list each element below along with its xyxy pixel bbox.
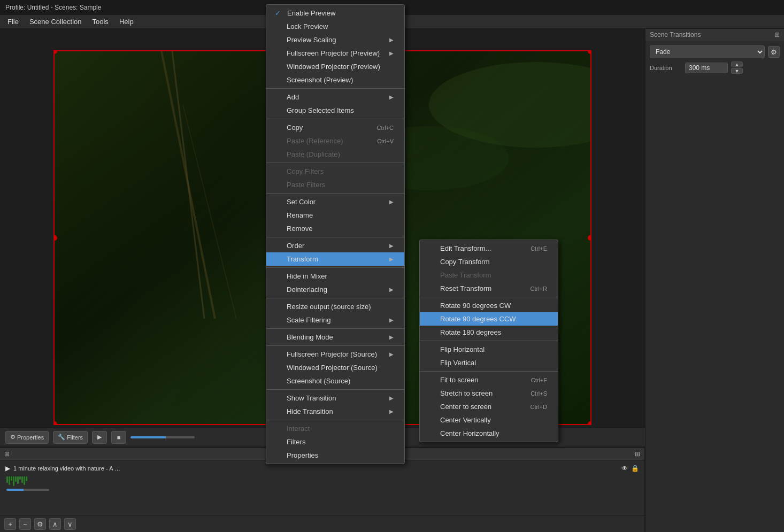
transition-settings-button[interactable]: ⚙ [768, 46, 780, 58]
ctx-transform[interactable]: Transform ▶ [266, 252, 404, 266]
menu-scene-collection[interactable]: Scene Collection [25, 17, 86, 27]
ctx-windowed-preview[interactable]: Windowed Projector (Preview) [266, 60, 404, 73]
ctx-hide-in-mixer[interactable]: Hide in Mixer [266, 269, 404, 283]
menu-file[interactable]: File [3, 17, 23, 27]
handle-mid-right[interactable] [588, 235, 591, 241]
stop-icon: ■ [117, 434, 121, 441]
ctx-fit-to-screen-shortcut: Ctrl+F [531, 377, 547, 383]
ctx-edit-transform-label: Edit Transform... [440, 244, 526, 252]
ctx-transform-label: Transform [287, 255, 385, 263]
ctx-set-color[interactable]: Set Color ▶ [266, 195, 404, 209]
source-name-1: 1 minute relaxing video with nature - A … [13, 465, 120, 472]
remove-source-button[interactable]: − [19, 518, 31, 530]
source-down-button[interactable]: ∨ [64, 518, 76, 530]
ctx-scale-filtering[interactable]: Scale Filtering ▶ [266, 313, 404, 327]
ctx-interact: Interact [266, 422, 404, 435]
ctx-windowed-source[interactable]: Windowed Projector (Source) [266, 361, 404, 374]
ctx-add[interactable]: Add ▶ [266, 90, 404, 104]
ctx-fullscreen-preview[interactable]: Fullscreen Projector (Preview) ▶ [266, 47, 404, 60]
ctx-copy[interactable]: Copy Ctrl+C [266, 121, 404, 134]
ctx-rotate-90-ccw[interactable]: Rotate 90 degrees CCW [420, 312, 558, 326]
ctx-windowed-preview-label: Windowed Projector (Preview) [287, 63, 394, 71]
play-button[interactable]: ▶ [92, 431, 107, 444]
duration-input[interactable] [685, 63, 728, 73]
ctx-hide-transition[interactable]: Hide Transition ▶ [266, 405, 404, 418]
ctx-rotate-90-cw[interactable]: Rotate 90 degrees CW [420, 299, 558, 312]
sources-list: ▶ 1 minute relaxing video with nature - … [0, 460, 644, 515]
ctx-filters-label: Filters [287, 438, 394, 446]
ctx-center-to-screen-shortcut: Ctrl+D [531, 404, 547, 410]
arrow-fullscreen-preview: ▶ [389, 50, 394, 56]
ctx-filters[interactable]: Filters [266, 435, 404, 449]
ctx-remove[interactable]: Remove [266, 222, 404, 235]
ctx-screenshot-source[interactable]: Screenshot (Source) [266, 374, 404, 388]
ctx-preview-scaling-label: Preview Scaling [287, 36, 385, 44]
ctx-rotate-90-cw-label: Rotate 90 degrees CW [440, 302, 547, 310]
ctx-fullscreen-source[interactable]: Fullscreen Projector (Source) ▶ [266, 348, 404, 361]
ctx-rotate-180[interactable]: Rotate 180 degrees [420, 326, 558, 339]
ctx-center-horizontally[interactable]: Center Horizontally [420, 427, 558, 440]
play-icon: ▶ [97, 434, 102, 441]
ctx-paste-filters: Paste Filters [266, 178, 404, 191]
properties-button[interactable]: ⚙ Properties [5, 431, 49, 444]
source-play-icon: ▶ [5, 465, 10, 472]
ctx-set-color-label: Set Color [287, 198, 385, 206]
ctx-group-selected-label: Group Selected Items [287, 106, 394, 114]
ctx-order[interactable]: Order ▶ [266, 239, 404, 252]
context-menu-main: ✓ Enable Preview Lock Preview Preview Sc… [266, 4, 405, 464]
duration-up[interactable]: ▲ [731, 61, 743, 67]
ctx-resize-output[interactable]: Resize output (source size) [266, 300, 404, 313]
ctx-properties[interactable]: Properties [266, 449, 404, 462]
volume-slider[interactable] [130, 436, 195, 438]
ctx-reset-transform[interactable]: Reset Transform Ctrl+R [420, 282, 558, 295]
handle-bottom-right[interactable] [588, 421, 591, 425]
source-settings-button[interactable]: ⚙ [34, 518, 46, 530]
arrow-set-color: ▶ [389, 199, 394, 205]
ctx-fit-to-screen[interactable]: Fit to screen Ctrl+F [420, 373, 558, 387]
ctx-flip-horizontal[interactable]: Flip Horizontal [420, 343, 558, 356]
menu-tools[interactable]: Tools [88, 17, 113, 27]
ctx-center-to-screen[interactable]: Center to screen Ctrl+D [420, 400, 558, 413]
handle-top-right[interactable] [588, 50, 591, 54]
transition-duration-row: Duration ▲ ▼ [650, 61, 780, 74]
ctx-center-vertically[interactable]: Center Vertically [420, 413, 558, 427]
scene-transitions-header: Scene Transitions ⊞ [645, 29, 784, 41]
transition-type-row: Fade Cut Swipe ⚙ [650, 45, 780, 58]
ctx-flip-vertical[interactable]: Flip Vertical [420, 356, 558, 369]
checkmark-icon: ✓ [275, 9, 281, 17]
arrow-preview-scaling: ▶ [389, 37, 394, 43]
handle-bottom-left[interactable] [53, 421, 57, 425]
separator-4 [266, 193, 404, 194]
ctx-rename[interactable]: Rename [266, 209, 404, 222]
transform-separator-1 [420, 297, 558, 297]
ctx-paste-reference-label: Paste (Reference) [287, 137, 373, 145]
ctx-enable-preview[interactable]: ✓ Enable Preview [266, 6, 404, 20]
ctx-group-selected[interactable]: Group Selected Items [266, 104, 404, 117]
add-source-button[interactable]: + [4, 518, 16, 530]
source-eye-icon[interactable]: 👁 [621, 465, 628, 472]
ctx-order-label: Order [287, 242, 385, 250]
ctx-lock-preview[interactable]: Lock Preview [266, 20, 404, 33]
source-volume[interactable] [6, 489, 49, 491]
ctx-screenshot-preview[interactable]: Screenshot (Preview) [266, 73, 404, 87]
ctx-stretch-to-screen[interactable]: Stretch to screen Ctrl+S [420, 387, 558, 400]
arrow-hide-transition: ▶ [389, 408, 394, 414]
ctx-copy-transform[interactable]: Copy Transform [420, 255, 558, 268]
duration-down[interactable]: ▼ [731, 68, 743, 74]
titlebar-text: Profile: Untitled - Scenes: Sample [5, 4, 101, 11]
ctx-blending-mode[interactable]: Blending Mode ▶ [266, 330, 404, 344]
separator-10 [266, 389, 404, 390]
menu-help[interactable]: Help [115, 17, 138, 27]
ctx-edit-transform[interactable]: Edit Transform... Ctrl+E [420, 242, 558, 255]
source-lock-icon[interactable]: 🔒 [631, 465, 639, 472]
source-up-button[interactable]: ∧ [49, 518, 61, 530]
separator-9 [266, 345, 404, 346]
transition-type-select[interactable]: Fade Cut Swipe [650, 45, 765, 58]
separator-6 [266, 267, 404, 268]
ctx-preview-scaling[interactable]: Preview Scaling ▶ [266, 33, 404, 47]
filters-button[interactable]: 🔧 Filters [53, 431, 88, 444]
ctx-deinterlacing[interactable]: Deinterlacing ▶ [266, 283, 404, 296]
stop-button[interactable]: ■ [111, 431, 126, 444]
source-item-1[interactable]: ▶ 1 minute relaxing video with nature - … [2, 462, 642, 474]
ctx-show-transition[interactable]: Show Transition ▶ [266, 391, 404, 405]
